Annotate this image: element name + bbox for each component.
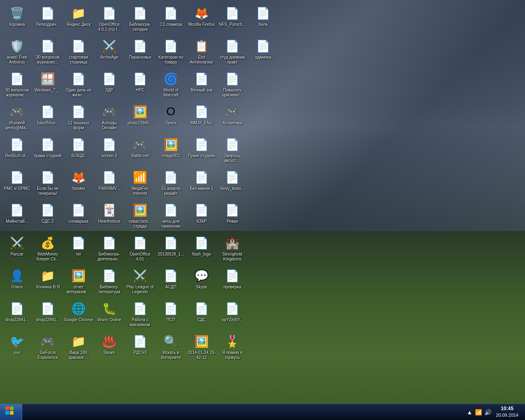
desktop-icon-archeage[interactable]: ⚔️ArcheAge bbox=[94, 36, 125, 69]
desktop-icon-30voprosov[interactable]: 📄30 вопросов журналис... bbox=[2, 69, 32, 102]
tray-expand[interactable]: ▲ bbox=[467, 409, 472, 415]
desktop-icon-3dr[interactable]: 📄ЗДР bbox=[94, 69, 125, 102]
rdsch3-icon: 📄 bbox=[132, 333, 148, 349]
desktop-icon-stronghold[interactable]: 🏰Stronghold Kingdoms bbox=[217, 233, 248, 266]
desktop-icon-wurm[interactable]: 🐛Wurm Online bbox=[94, 299, 125, 331]
tray-network[interactable]: 📶 bbox=[475, 409, 482, 415]
desktop-icon-openoffice4[interactable]: 📄OpenOffice 4.0.1 (ru) I... bbox=[94, 3, 125, 36]
desktop-icon-hearthstone[interactable]: 🃏Hearthstone bbox=[94, 200, 125, 233]
desktop-icon-vira18x[interactable]: 📁Вира 18X красное ... bbox=[63, 331, 94, 364]
desktop-icon-pukin[interactable]: 📄Пукин студень bbox=[186, 135, 217, 167]
desktop-icon-image002[interactable]: 🖼️image002 bbox=[155, 135, 186, 167]
desktop-icon-hpc[interactable]: 📄НРС bbox=[125, 69, 155, 102]
desktop-icon-fimx6mv[interactable]: 📄FiMX6MV... bbox=[94, 167, 125, 200]
desktop-icon-olega[interactable]: 👤Олега bbox=[2, 266, 32, 299]
desktop-icon-vechnyzov[interactable]: 📄Вечный зов bbox=[186, 69, 217, 102]
desktop-icon-rdsch3[interactable]: 📄РДСЧ3 bbox=[125, 331, 155, 364]
desktop-icon-shop2[interactable]: 📄shop22841... bbox=[32, 299, 63, 331]
desktop-icon-sevastopol[interactable]: 🖼️севастопо... страда bbox=[125, 200, 155, 233]
desktop-icon-lepezdrich[interactable]: 📄Лепездрич... bbox=[32, 3, 63, 36]
desktop-icon-wow[interactable]: 🌀World of Warcraft bbox=[155, 69, 186, 102]
desktop-icon-windows7[interactable]: 🪟Windows_7_... bbox=[32, 69, 63, 102]
desktop-icon-bibliogr1[interactable]: 📄Библиогра- деятельно... bbox=[94, 233, 125, 266]
desktop-icon-yapomnyu[interactable]: 🎖️Я помню я горжусь bbox=[217, 331, 248, 364]
desktop-icon-steam[interactable]: ♨️Steam bbox=[94, 331, 125, 364]
desktop-icon-megafon[interactable]: 📶MegaFon Internet bbox=[125, 167, 155, 200]
desktop-icon-revki[interactable]: 📄Ревки bbox=[217, 200, 248, 233]
desktop-icon-holkina[interactable]: 📁Холкина В.Я bbox=[32, 266, 63, 299]
desktop-icon-chity[interactable]: 📄читы для танконлин bbox=[155, 200, 186, 233]
start-button[interactable] bbox=[0, 404, 22, 420]
20130528-label: 20130528_1... bbox=[156, 252, 186, 257]
desktop-icon-prava[interactable]: 📄права студней bbox=[32, 135, 63, 167]
desktop-icon-startovaya[interactable]: 📄стартовая страница bbox=[63, 36, 94, 69]
desktop-icon-novytexto[interactable]: 📄Novy_texto... bbox=[217, 167, 248, 200]
desktop-icon-otchet[interactable]: 🖼️отчет ветеранов ... bbox=[63, 266, 94, 299]
desktop-icon-zaprosy[interactable]: 📄Запросы август ... bbox=[217, 135, 248, 167]
desktop-icon-igrovoy[interactable]: 🎮Игровой центр@Ма... bbox=[2, 102, 32, 135]
desktop-icon-flashlogo[interactable]: 📄flash_logo bbox=[186, 233, 217, 266]
desktop-icon-rms[interactable]: 📄РМС и OPMC bbox=[2, 167, 32, 200]
desktop-icon-sds[interactable]: 📄СДС bbox=[186, 299, 217, 331]
desktop-icon-sds2[interactable]: 📄СДС 2 bbox=[32, 200, 63, 233]
15aprelya-label: 15 апреля рерайт bbox=[156, 186, 186, 196]
desktop-icon-30voprosov2[interactable]: 📄30 вопросов журналис... bbox=[32, 36, 63, 69]
desktop-icon-rabota[interactable]: 📄Работа с магазином bbox=[125, 299, 155, 331]
desktop-icon-stud[interactable]: 📄студ дневник практ bbox=[217, 36, 248, 69]
desktop-icon-1dacf50[interactable]: 📄1dacf50се... bbox=[32, 102, 63, 135]
desktop-icon-battlenet[interactable]: 🎮Battle.net bbox=[125, 135, 155, 167]
desktop-icon-kzkp[interactable]: 📄КЗКР bbox=[186, 200, 217, 233]
desktop-icon-yandexdisk[interactable]: 📁Яндекс.Диск bbox=[63, 3, 94, 36]
tray-volume[interactable]: 🔊 bbox=[484, 409, 491, 415]
desktop-icon-maynstay[interactable]: 📄Майнстай... bbox=[2, 200, 32, 233]
desktop-icon-shop1[interactable]: 📄shop22841... bbox=[2, 299, 32, 331]
desktop-icon-adminka[interactable]: 📄админка bbox=[248, 36, 278, 69]
desktop-icon-openoffice41[interactable]: 📄OpenOffice 4.01 bbox=[125, 233, 155, 266]
desktop-icon-photo23940[interactable]: 🖼️photo23940... bbox=[125, 102, 155, 135]
desktop-icon-atlantika[interactable]: 🎮Атлантика bbox=[217, 102, 248, 135]
desktop-icon-mm26enu[interactable]: 📄MM26_ENU bbox=[186, 102, 217, 135]
desktop-icon-20130528[interactable]: 📄20130528_1... bbox=[155, 233, 186, 266]
desktop-icon-paraskovya[interactable]: 📄Парасковья bbox=[125, 36, 155, 69]
desktop-icon-s3spamera[interactable]: 📄С3 спамера bbox=[155, 3, 186, 36]
desktop-icon-povysit[interactable]: 📄Повысить оригинал... bbox=[217, 69, 248, 102]
desktop-icon-hil[interactable]: 📄Хиль bbox=[248, 3, 278, 36]
desktop-icon-15aprelya[interactable]: 📄15 апреля рерайт bbox=[155, 167, 186, 200]
12pyshnyh-icon: 📄 bbox=[71, 103, 87, 120]
desktop-icon-chrome[interactable]: 🌐Google Chrome bbox=[63, 299, 94, 331]
desktop-icon-slovarka[interactable]: 📄словарька bbox=[63, 200, 94, 233]
desktop-icon-ext[interactable]: 📋Etxt Антиплагиат bbox=[186, 36, 217, 69]
desktop-icon-psp[interactable]: 📄ПСП bbox=[155, 299, 186, 331]
desktop-icon-bobds[interactable]: 📄БОБДС bbox=[63, 135, 94, 167]
desktop-icon-screen2[interactable]: 📄screen-2 bbox=[94, 135, 125, 167]
desktop-icon-odindens[interactable]: 📄Один день из жизн... bbox=[63, 69, 94, 102]
desktop-icon-esliby[interactable]: 📄Если бы не генералы! bbox=[32, 167, 63, 200]
desktop-icon-bibliogr3[interactable]: 📄Библиогра- сегодня bbox=[125, 3, 155, 36]
psp-icon: 📄 bbox=[163, 300, 179, 317]
desktop-icon-yandex[interactable]: 🦊Yandex bbox=[63, 167, 94, 200]
desktop-icon-12pyshnyh[interactable]: 📄12 пышных форм bbox=[63, 102, 94, 135]
desktop-icon-redsurf[interactable]: 📄RedSurf-cli... bbox=[2, 135, 32, 167]
desktop-icon-opyzej[interactable]: 📄opYZejSY... bbox=[217, 299, 248, 331]
desktop-icon-allody[interactable]: 🎮Аллоды Онлайн bbox=[94, 102, 125, 135]
desktop-icon-playleague[interactable]: ⚔️Play League of Legends bbox=[125, 266, 155, 299]
desktop-icon-nfs[interactable]: 📄NFS_Porsch... bbox=[217, 3, 248, 36]
desktop-icon-geforce[interactable]: 🎮GeForce Experience bbox=[32, 331, 63, 364]
desktop-icon-iskat[interactable]: 🔍Искать в Интернете bbox=[155, 331, 186, 364]
desktop-icon-panzar[interactable]: ⚔️Panzar bbox=[2, 233, 32, 266]
desktop-icon-bezimeni[interactable]: 📄Без имени 1 bbox=[186, 167, 217, 200]
desktop-icon-asdp[interactable]: 📄АСДП bbox=[155, 266, 186, 299]
desktop-icon-teg[interactable]: 📄тег bbox=[63, 233, 94, 266]
desktop-icon-avast[interactable]: 🛡️avast! Free Antivirus bbox=[2, 36, 32, 69]
desktop-icon-20140124[interactable]: 🖼️2014-01-24 15-42-12 bbox=[186, 331, 217, 364]
desktop-icon-webmoney[interactable]: 💰WebMoney Keeper Cli... bbox=[32, 233, 63, 266]
desktop-icon-proverka[interactable]: 📄проверка bbox=[217, 266, 248, 299]
desktop-icon-skype[interactable]: 💬Skype bbox=[186, 266, 217, 299]
desktop-icon-bibliogr2[interactable]: 📄Библиогр. литература bbox=[94, 266, 125, 299]
system-clock[interactable]: 10:45 20.09.2014 bbox=[493, 405, 522, 418]
desktop-icon-mozilla[interactable]: 🦊Mozilla Firefox bbox=[186, 3, 217, 36]
desktop-icon-joxi[interactable]: 🐦joxi bbox=[2, 331, 32, 364]
desktop-icon-korzina[interactable]: 🗑️Корзина bbox=[2, 3, 32, 36]
desktop-icon-kategorii[interactable]: 📄Категории по товару bbox=[155, 36, 186, 69]
desktop-icon-opera[interactable]: OOpera bbox=[155, 102, 186, 135]
